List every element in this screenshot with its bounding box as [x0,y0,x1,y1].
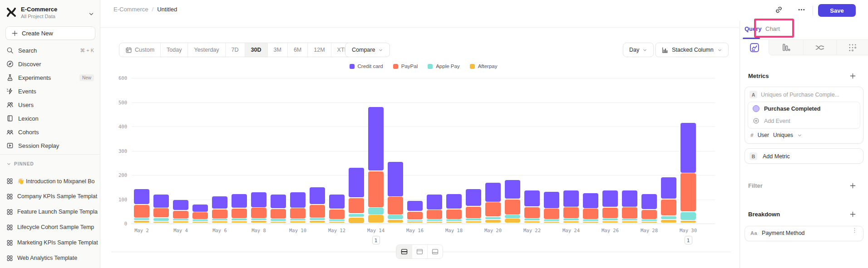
bar-segment[interactable] [446,210,462,219]
bar-segment[interactable] [563,190,579,207]
bar-segment[interactable] [192,205,208,212]
copy-link-icon[interactable] [773,4,784,15]
bar-segment[interactable] [368,171,384,207]
bar-segment[interactable] [681,212,696,220]
bar-segment[interactable] [329,210,345,219]
bar-segment[interactable] [641,194,657,209]
bar-segment[interactable] [583,193,598,208]
bar-segment[interactable] [192,219,208,221]
bar-segment[interactable] [290,192,306,208]
bar-segment[interactable] [407,212,423,219]
bar-segment[interactable] [466,221,481,223]
bar-segment[interactable] [524,219,540,220]
bar-segment[interactable] [661,200,676,216]
bar-segment[interactable] [641,210,657,219]
bar-segment[interactable] [251,221,266,223]
bar-segment[interactable] [583,222,598,223]
bar-segment[interactable] [446,219,462,221]
layout-chart-bottom-button[interactable] [427,245,443,258]
bar-segment[interactable] [173,200,188,210]
bar-segment[interactable] [271,219,286,221]
bar-segment[interactable] [349,214,364,217]
bar-segment[interactable] [466,207,481,218]
add-breakdown-plus-icon[interactable] [848,210,857,219]
bar-segment[interactable] [153,208,169,217]
ptab-retention[interactable] [836,40,868,55]
add-event-row[interactable]: Add Event [753,117,790,124]
bar-segment[interactable] [485,217,501,219]
metric-a-event-row[interactable]: Purchase Completed [753,105,820,112]
bar-segment[interactable] [485,202,501,216]
bar-segment[interactable] [524,190,540,206]
bar-segment[interactable] [407,222,423,223]
bar-segment[interactable] [310,218,325,220]
bar-segment[interactable] [563,207,579,218]
bar-segment[interactable] [485,220,501,223]
bar-segment[interactable] [368,208,384,214]
bar-segment[interactable] [134,221,149,223]
bar-segment[interactable] [329,222,345,223]
bar-segment[interactable] [349,198,364,213]
bar-segment[interactable] [446,222,462,223]
bar-segment[interactable] [232,221,247,223]
bar-segment[interactable] [173,219,188,220]
bar-segment[interactable] [290,208,306,219]
breakdown-kebab-icon[interactable]: ⋮ [852,229,858,231]
bar-segment[interactable] [563,221,579,223]
bar-segment[interactable] [153,218,169,221]
bar-segment[interactable] [232,219,247,220]
bar-segment[interactable] [661,177,676,199]
add-filter-plus-icon[interactable] [848,181,857,190]
aggregation-row[interactable]: # User Uniques [750,132,802,138]
bar-segment[interactable] [212,221,227,223]
bar-segment[interactable] [681,123,696,173]
bar-segment[interactable] [622,219,637,220]
bar-segment[interactable] [368,107,384,171]
bar-segment[interactable] [329,195,345,209]
bar-segment[interactable] [388,162,403,196]
bar-segment[interactable] [134,205,149,218]
bar-segment[interactable] [427,210,442,219]
bar-segment[interactable] [427,222,442,223]
bar-segment[interactable] [310,221,325,223]
bar-segment[interactable] [368,215,384,223]
bar-segment[interactable] [583,219,598,221]
bar-segment[interactable] [681,173,696,211]
bar-segment[interactable] [271,195,286,209]
bar-segment[interactable] [524,207,540,218]
bar-segment[interactable] [661,216,676,219]
bar-segment[interactable] [622,221,637,223]
bar-segment[interactable] [446,194,462,209]
bar-segment[interactable] [153,222,169,223]
metric-b-card[interactable]: B Add Metric [745,148,863,164]
bar-segment[interactable] [212,196,227,209]
bar-segment[interactable] [602,208,618,218]
bar-segment[interactable] [349,218,364,223]
bar-segment[interactable] [251,219,266,220]
bar-segment[interactable] [505,200,520,214]
bar-segment[interactable] [310,205,325,218]
bar-segment[interactable] [192,212,208,219]
bar-segment[interactable] [602,221,618,223]
bar-segment[interactable] [622,190,637,207]
bar-segment[interactable] [602,219,618,220]
bar-segment[interactable] [544,209,559,219]
bar-segment[interactable] [524,221,540,223]
bar-segment[interactable] [173,211,188,219]
bar-segment[interactable] [192,222,208,223]
bar-segment[interactable] [427,195,442,210]
bar-segment[interactable] [505,219,520,223]
layout-chart-top-button[interactable] [412,245,427,258]
bar-segment[interactable] [583,209,598,219]
bar-segment[interactable] [388,197,403,214]
bar-segment[interactable] [602,190,618,207]
bar-segment[interactable] [271,222,286,223]
bar-segment[interactable] [427,219,442,221]
breakdown-item-card[interactable]: Aa Payment Method ⋮ [745,226,863,241]
ptab-funnels[interactable] [769,40,803,55]
bar-segment[interactable] [641,222,657,223]
bar-segment[interactable] [212,219,227,220]
bar-segment[interactable] [290,219,306,220]
bar-segment[interactable] [388,220,403,223]
bar-segment[interactable] [232,194,247,208]
